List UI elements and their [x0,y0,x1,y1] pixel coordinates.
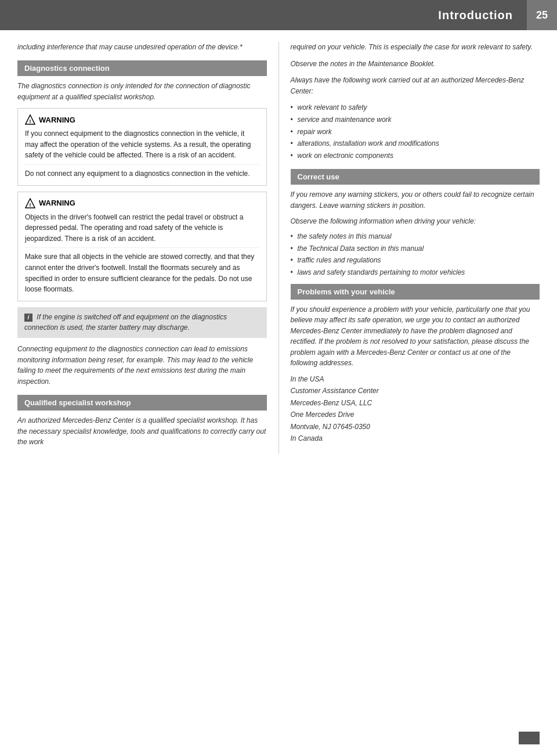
warning-box-1: ! WARNING If you connect equipment to th… [17,108,267,185]
connecting-text: Connecting equipment to the diagnostics … [17,344,267,387]
correct-use-header: Correct use [291,169,540,185]
qualified-description: An authorized Mercedes-Benz Center is a … [17,415,267,448]
address-line-0: Customer Assistance Center [291,385,540,397]
left-column: including interference that may cause un… [17,42,267,453]
warning-label-2: WARNING [39,199,75,207]
note-text: If the engine is switched off and equipm… [24,313,227,332]
address-block: In the USA Customer Assistance Center Me… [291,373,540,444]
warning-instruction-2: Make sure that all objects in the vehicl… [25,247,259,294]
correct-use-text2: Observe the following information when d… [291,216,540,227]
list-item: service and maintenance work [291,114,540,125]
note-box: i If the engine is switched off and equi… [17,307,267,338]
list-item: laws and safety standards pertaining to … [291,267,540,278]
warning-icon-1: ! [25,114,35,125]
correct-use-text1: If you remove any warning stickers, you … [291,189,540,211]
warning-label-1: WARNING [39,116,75,124]
in-usa-label: In the USA [291,373,540,385]
warning-header-2: ! WARNING [25,198,259,208]
right-column: required on your vehicle. This is especi… [291,42,540,453]
list-item: alterations, installation work and modif… [291,138,540,149]
note-indicator: i [24,314,32,322]
warning-header-1: ! WARNING [25,114,259,125]
observe-text: Observe the notes in the Maintenance Boo… [291,59,540,70]
warning-body-2: Objects in the driver's footwell can res… [25,212,259,244]
warning-body-1: If you connect equipment to the diagnost… [25,128,259,161]
list-item: the safety notes in this manual [291,231,540,242]
page-number-box: 25 [527,0,557,30]
page-nav-indicator [519,732,540,744]
diagnostics-header: Diagnostics connection [17,60,267,76]
address-line-1: Mercedes-Benz USA, LLC [291,397,540,409]
header-bar: Introduction 25 [0,0,557,30]
warning-box-2: ! WARNING Objects in the driver's footwe… [17,192,267,301]
address-line-2: One Mercedes Drive [291,409,540,420]
list-item: repair work [291,127,540,138]
column-divider [278,42,279,453]
left-intro-text: including interference that may cause un… [17,42,267,52]
problems-text: If you should experience a problem with … [291,304,540,369]
correct-use-list: the safety notes in this manual the Tech… [291,231,540,278]
header-title-area: Introduction [424,0,527,30]
right-intro-text: required on your vehicle. This is especi… [291,42,540,53]
always-have-list: work relevant to safety service and main… [291,102,540,161]
list-item: work on electronic components [291,150,540,161]
list-item: work relevant to safety [291,102,540,113]
header-right: Introduction 25 [424,0,557,30]
warning-instruction-1: Do not connect any equipment to a diagno… [25,164,259,179]
svg-text:!: ! [30,118,31,124]
address-line-3: Montvale, NJ 07645-0350 [291,421,540,433]
svg-text:!: ! [30,202,31,208]
problems-header: Problems with your vehicle [291,284,540,300]
list-item: the Technical Data section in this manua… [291,243,540,254]
header-title: Introduction [438,9,513,22]
diagnostics-description: The diagnostics connection is only inten… [17,81,267,102]
content-area: including interference that may cause un… [0,30,557,465]
list-item: traffic rules and regulations [291,255,540,266]
warning-icon-2: ! [25,198,35,208]
always-have-text: Always have the following work carried o… [291,75,540,96]
in-canada-label: In Canada [291,433,540,444]
qualified-header: Qualified specialist workshop [17,395,267,411]
